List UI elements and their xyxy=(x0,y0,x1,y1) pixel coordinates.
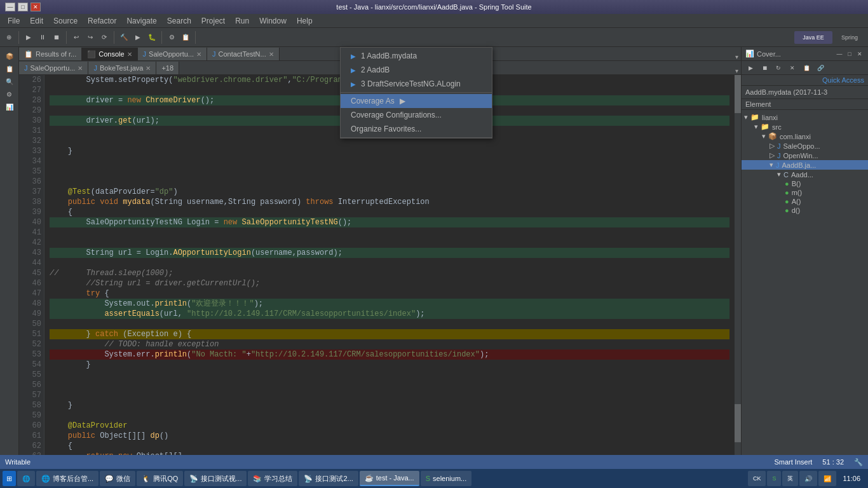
tab-saleopportu[interactable]: J SaleOpportu... ✕ xyxy=(138,48,207,60)
right-panel-toolbar-btn-6[interactable]: 🔗 xyxy=(814,62,827,74)
right-panel-toolbar-btn-2[interactable]: ⏹ xyxy=(758,62,771,74)
toolbar-btn-4[interactable]: ⏹ xyxy=(50,31,63,44)
taskbar-item-selenium[interactable]: S selenium... xyxy=(421,471,472,486)
dropdown-item-coverage-config[interactable]: Coverage Configurations... xyxy=(341,108,492,122)
tab-console-close[interactable]: ✕ xyxy=(127,51,132,58)
toolbar-btn-10[interactable]: 🐛 xyxy=(146,31,158,44)
tree-item-openwin[interactable]: ▷ J OpenWin... xyxy=(742,151,868,160)
tab-contacttest-close[interactable]: ✕ xyxy=(269,51,274,58)
tray-ck[interactable]: CK xyxy=(748,471,766,486)
tray-s[interactable]: S xyxy=(767,471,781,486)
left-panel-btn-5[interactable]: 📊 xyxy=(3,100,16,113)
tab-boke-close[interactable]: ✕ xyxy=(146,65,151,72)
start-button[interactable]: ⊞ xyxy=(3,471,16,486)
tab-console-icon: ⬛ xyxy=(87,50,96,58)
scrollbar-thumb[interactable] xyxy=(735,75,741,113)
right-panel-toolbar-btn-4[interactable]: ✕ xyxy=(786,62,799,74)
right-panel-toolbar-btn-1[interactable]: ▶ xyxy=(744,62,757,74)
left-panel-btn-4[interactable]: ⚙ xyxy=(3,88,16,100)
tab-contacttest[interactable]: J ContactTestN... ✕ xyxy=(207,48,280,60)
taskbar-item-qq-icon: 🐧 xyxy=(142,475,151,483)
tree-item-method-a[interactable]: ● A() xyxy=(742,197,868,206)
toolbar-btn-11[interactable]: ⚙ xyxy=(165,31,178,44)
taskbar-item-apitest1[interactable]: 📡 接口测试视... xyxy=(184,471,247,486)
menu-help[interactable]: Help xyxy=(292,14,318,28)
toolbar-perspective-btn-2[interactable]: Spring xyxy=(834,31,865,44)
right-panel-toolbar-btn-3[interactable]: ↻ xyxy=(772,62,785,74)
tree-item-method-d[interactable]: ● d() xyxy=(742,206,868,215)
toolbar-btn-1[interactable]: ⊕ xyxy=(3,31,15,44)
toolbar-perspective-btn[interactable]: Java EE xyxy=(794,31,832,44)
tree-item-label-8: B() xyxy=(792,180,801,187)
right-panel-minimize[interactable]: — xyxy=(835,50,844,58)
close-button[interactable]: ✕ xyxy=(31,3,41,11)
tree-item-method-b[interactable]: ● B() xyxy=(742,179,868,188)
taskbar-item-blog[interactable]: 🌐 博客后台管... xyxy=(36,471,98,486)
taskbar-item-wechat[interactable]: 💬 微信 xyxy=(100,471,135,486)
code-line-54: } xyxy=(50,360,729,370)
menu-run[interactable]: Run xyxy=(230,14,254,28)
menu-file[interactable]: File xyxy=(3,14,25,28)
menu-project[interactable]: Project xyxy=(196,14,230,28)
dropdown-item-3[interactable]: ▶ 3 DraftServiceTestNG.ALogin xyxy=(341,77,492,91)
tree-item-aadd-class[interactable]: ▾ C Aadd... xyxy=(742,170,868,179)
taskbar-item-wechat-icon: 💬 xyxy=(105,475,114,483)
left-panel-btn-3[interactable]: 🔍 xyxy=(3,75,16,88)
taskbar-item-blog-icon: 🌐 xyxy=(41,475,50,483)
tab-results[interactable]: 📋 Results of r... xyxy=(19,48,82,60)
left-panel-btn-1[interactable]: 📦 xyxy=(3,50,16,62)
taskbar-item-apitest2[interactable]: 📡 接口测试2... xyxy=(299,471,358,486)
tab-more[interactable]: +18 xyxy=(156,62,179,74)
right-panel-close[interactable]: ✕ xyxy=(855,50,864,58)
taskbar-item-qq[interactable]: 🐧 腾讯QQ xyxy=(137,471,183,486)
tree-item-aaddb[interactable]: ▾ J AaddB.ja... xyxy=(742,160,868,170)
tray-network[interactable]: 📶 xyxy=(818,471,836,486)
tree-item-lianxi[interactable]: ▾ 📁 lianxi xyxy=(742,112,868,122)
right-panel-toolbar-btn-5[interactable]: 📋 xyxy=(800,62,813,74)
taskbar-item-study[interactable]: 📚 学习总结 xyxy=(248,471,297,486)
tab-boke[interactable]: J BokeTest.java ✕ xyxy=(88,62,156,74)
toolbar-btn-12[interactable]: 📋 xyxy=(179,31,192,44)
tab-saleopportu2-close[interactable]: ✕ xyxy=(78,65,83,72)
tray-lang[interactable]: 英 xyxy=(782,471,798,486)
menu-source[interactable]: Source xyxy=(48,14,83,28)
menu-edit[interactable]: Edit xyxy=(25,14,48,28)
code-line-44 xyxy=(50,258,729,268)
tree-method-icon-2: ● xyxy=(785,189,789,196)
left-panel-btn-2[interactable]: 📋 xyxy=(3,62,16,75)
taskbar-item-browser[interactable]: 🌐 xyxy=(17,471,35,486)
right-panel-maximize[interactable]: □ xyxy=(845,50,854,58)
menu-refactor[interactable]: Refactor xyxy=(83,14,121,28)
toolbar-btn-5[interactable]: ↩ xyxy=(70,31,83,44)
menu-navigate[interactable]: Navigate xyxy=(121,14,161,28)
minimize-button[interactable]: — xyxy=(5,3,15,11)
menu-search[interactable]: Search xyxy=(162,14,196,28)
tree-item-method-m[interactable]: ● m() xyxy=(742,188,868,197)
toolbar-btn-9[interactable]: ▶ xyxy=(132,31,144,44)
toolbar-btn-2[interactable]: ▶ xyxy=(22,31,35,44)
dropdown-item-organize[interactable]: Organize Favorites... xyxy=(341,122,492,136)
dropdown-item-1[interactable]: ▶ 1 AaddB.mydata xyxy=(341,49,492,63)
window-title: test - Java - lianxi/src/com/lianxi/Aadd… xyxy=(43,3,825,11)
tray-volume[interactable]: 🔊 xyxy=(799,471,817,486)
toolbar-btn-8[interactable]: 🔨 xyxy=(118,31,130,44)
tree-item-src[interactable]: ▾ 📁 src xyxy=(742,122,868,132)
tab-saleopportu2[interactable]: J SaleOpportu... ✕ xyxy=(19,62,88,74)
toolbar-btn-3[interactable]: ⏸ xyxy=(36,31,49,44)
tree-item-label-3: com.lianxi xyxy=(780,133,811,140)
tree-item-com-lianxi[interactable]: ▾ 📦 com.lianxi xyxy=(742,132,868,141)
menu-window[interactable]: Window xyxy=(254,14,292,28)
maximize-button[interactable]: □ xyxy=(18,3,28,11)
tab-console[interactable]: ⬛ Console ✕ xyxy=(82,48,137,60)
dropdown-item-2[interactable]: ▶ 2 AaddB xyxy=(341,63,492,77)
tab-overflow-btn[interactable]: ▾ xyxy=(733,53,741,60)
quick-access[interactable]: Quick Access xyxy=(742,75,868,86)
toolbar-btn-6[interactable]: ↪ xyxy=(84,31,97,44)
taskbar-item-sts[interactable]: ☕ test - Java... xyxy=(360,471,419,486)
toolbar-btn-7[interactable]: ⟳ xyxy=(98,31,111,44)
editor-scrollbar[interactable] xyxy=(735,75,741,455)
tree-item-saleoppo[interactable]: ▷ J SaleOppo... xyxy=(742,141,868,151)
dropdown-item-coverage-as[interactable]: Coverage As ▶ xyxy=(341,94,492,108)
tab-row2-overflow[interactable]: ▾ xyxy=(733,67,741,74)
tab-saleopportu-close[interactable]: ✕ xyxy=(196,51,201,58)
